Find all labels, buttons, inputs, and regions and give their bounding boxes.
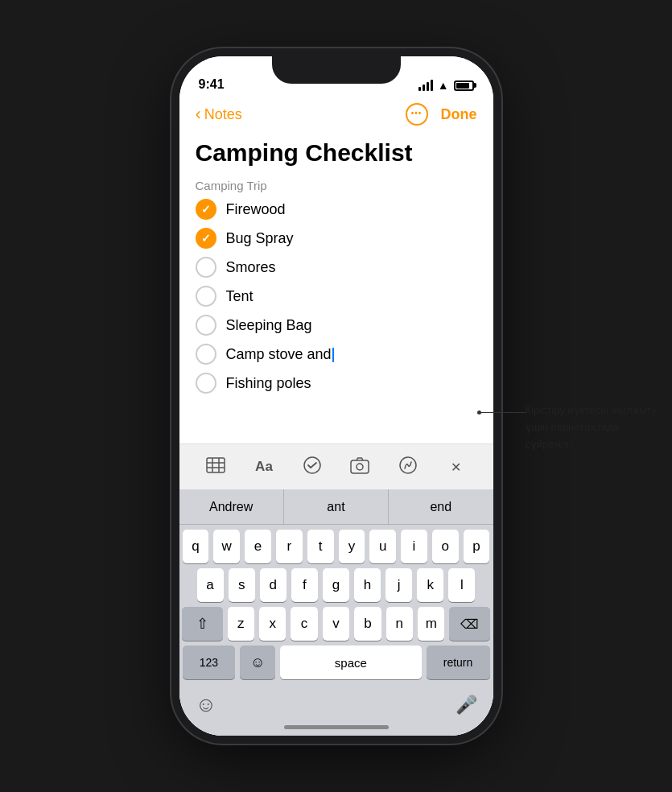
key-q[interactable]: q [183,530,209,563]
checkbox-tent[interactable] [196,286,216,307]
checkbox-bugspray[interactable] [196,228,216,249]
camera-button[interactable] [345,452,374,481]
key-o[interactable]: o [432,530,459,563]
back-label: Notes [204,106,242,123]
more-dots-icon: ••• [411,109,423,118]
space-key[interactable]: space [280,646,421,679]
key-c[interactable]: c [291,607,317,641]
key-a[interactable]: a [197,568,224,602]
close-icon: ✕ [451,460,461,475]
key-p[interactable]: p [464,530,490,563]
key-d[interactable]: d [260,568,287,602]
text-cursor [332,348,334,362]
predictive-bar: Andrew ant end [179,489,493,525]
key-l[interactable]: l [448,568,475,602]
item-text-firewood: Firewood [226,201,286,218]
checkbox-sleepingbag[interactable] [196,315,216,336]
key-m[interactable]: m [418,607,444,641]
list-item: Firewood [196,199,477,220]
annotation-dash [481,412,526,413]
svg-point-7 [357,464,363,470]
chevron-left-icon: ‹ [196,104,201,125]
suggestion-text-end: end [430,500,451,514]
home-bar [284,725,389,729]
key-h[interactable]: h [354,568,381,602]
nav-right-actions: ••• Done [406,103,477,126]
keyboard-row-4: 123 ☺ space return [183,646,490,679]
key-v[interactable]: v [323,607,349,641]
suggestion-end[interactable]: end [389,489,493,524]
mic-button[interactable]: 🎤 [456,695,477,716]
wifi-icon: ▲ [438,79,449,92]
list-item: Bug Spray [196,228,477,249]
highlighted-text: and [307,346,332,362]
key-g[interactable]: g [323,568,349,602]
suggestion-text-ant: ant [327,500,344,514]
key-s[interactable]: s [229,568,255,602]
key-k[interactable]: k [417,568,443,602]
key-b[interactable]: b [354,607,381,641]
formatting-toolbar: Aa [179,443,493,489]
item-text-smores: Smores [226,259,276,276]
key-j[interactable]: j [385,568,412,602]
key-u[interactable]: u [369,530,396,563]
numbers-key[interactable]: 123 [183,646,236,679]
screen: 9:41 ▲ ‹ Not [179,56,493,736]
list-item: Tent [196,286,477,307]
checklist-icon [303,456,322,479]
notch [272,56,401,84]
close-button[interactable]: ✕ [442,452,471,481]
done-button[interactable]: Done [441,106,477,123]
key-w[interactable]: w [213,530,240,563]
more-button[interactable]: ••• [406,103,428,126]
suggestion-ant[interactable]: ant [284,489,389,524]
delete-key[interactable]: ⌫ [449,607,489,641]
checkbox-campstove[interactable] [196,344,216,365]
markup-icon [398,456,418,479]
key-i[interactable]: i [401,530,427,563]
item-text-sleepingbag: Sleeping Bag [226,317,312,334]
key-r[interactable]: r [276,530,303,563]
return-key[interactable]: return [427,646,490,679]
table-button[interactable] [201,452,230,481]
keyboard[interactable]: q w e r t y u i o p a s d f g [179,525,493,687]
item-text-bugspray: Bug Spray [226,230,294,247]
back-button[interactable]: ‹ Notes [196,105,242,125]
key-e[interactable]: e [245,530,271,563]
key-y[interactable]: y [339,530,365,563]
annotation: Кірістіру нүктесін жылжыту үшін пернетақ… [477,402,662,452]
item-text-tent: Tent [226,288,254,305]
checkbox-firewood[interactable] [196,199,216,220]
battery-icon [454,80,474,91]
emoji-key[interactable]: ☺ [240,646,275,679]
checklist-button[interactable] [298,452,327,481]
markup-button[interactable] [394,452,423,481]
emoji-button[interactable]: ☺ [196,692,217,717]
checkbox-smores[interactable] [196,257,216,278]
keyboard-row-1: q w e r t y u i o p [183,530,490,563]
key-z[interactable]: z [228,607,254,641]
suggestion-text-andrew: Andrew [209,500,253,514]
item-text-campstove[interactable]: Camp stove and [226,346,334,363]
list-item: Fishing poles [196,373,477,394]
note-title[interactable]: Camping Checklist [196,138,477,167]
bottom-bar: ☺ 🎤 [179,687,493,725]
table-icon [206,457,225,477]
key-n[interactable]: n [386,607,413,641]
item-text-fishingpoles: Fishing poles [226,375,311,392]
status-time: 9:41 [199,77,225,92]
format-button[interactable]: Aa [249,452,278,481]
key-f[interactable]: f [291,568,318,602]
status-icons: ▲ [418,79,474,92]
checkbox-fishingpoles[interactable] [196,373,216,394]
svg-rect-6 [351,460,369,473]
nav-bar: ‹ Notes ••• Done [179,97,493,132]
annotation-text: Кірістіру нүктесін жылжыту үшін пернетақ… [526,402,662,452]
key-x[interactable]: x [259,607,286,641]
signal-icon [418,80,433,91]
key-t[interactable]: t [307,530,334,563]
suggestion-andrew[interactable]: Andrew [179,489,284,524]
section-label: Camping Trip [196,179,477,192]
annotation-line [477,410,526,415]
shift-key[interactable]: ⇧ [182,607,222,641]
